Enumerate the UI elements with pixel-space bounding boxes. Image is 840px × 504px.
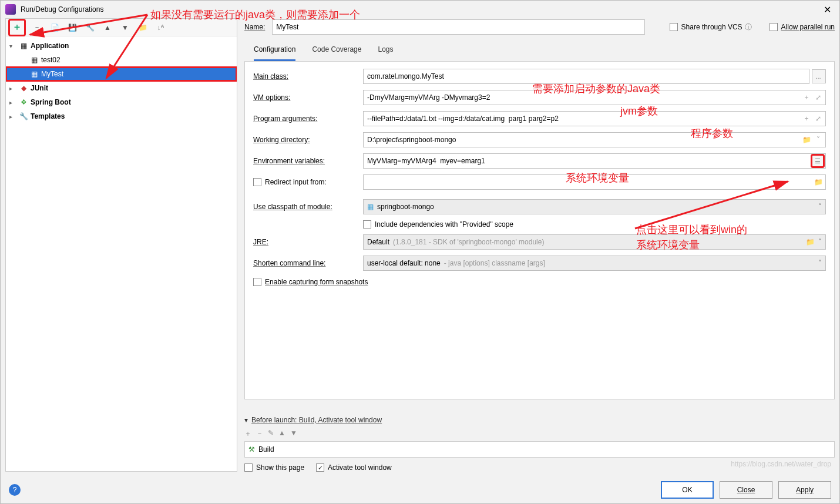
expand-icon[interactable]: ⤢ (813, 115, 824, 123)
working-dir-label: Working directory: (253, 136, 356, 144)
show-this-page-checkbox[interactable]: Show this page (244, 463, 304, 472)
folder-move-icon[interactable]: 📁 (136, 21, 149, 34)
enable-snapshots-checkbox[interactable]: Enable capturing form snapshots (253, 278, 826, 286)
env-vars-input[interactable] (363, 153, 826, 169)
configurations-tree-panel: ＋ － 📄 💾 🔧 ▲ ▼ 📁 ↓ᴬ ▾▦ Application ▦ test… (5, 18, 237, 472)
add-task-button[interactable]: ＋ (244, 429, 251, 439)
main-class-input[interactable] (363, 69, 809, 84)
move-up-icon[interactable]: ▲ (278, 429, 285, 439)
help-button[interactable]: ? (9, 484, 21, 496)
add-config-button[interactable]: ＋ (11, 21, 23, 34)
close-icon[interactable]: ✕ (820, 4, 835, 15)
move-down-icon[interactable]: ▼ (119, 21, 132, 34)
redirect-input-checkbox[interactable]: Redirect input from: (253, 178, 356, 186)
window-title: Run/Debug Configurations (21, 5, 103, 14)
program-args-label: Program arguments: (253, 115, 356, 123)
add-icon[interactable]: + (801, 93, 812, 102)
parallel-run-checkbox[interactable]: Allow parallel run (770, 23, 835, 31)
name-label: Name: (244, 23, 265, 31)
folder-icon[interactable]: 📁 (801, 136, 812, 144)
chevron-down-icon: ˅ (818, 259, 822, 267)
tree-item-mytest[interactable]: ▦ MyTest (6, 67, 237, 81)
shorten-label: Shorten command line: (253, 259, 356, 267)
sort-icon[interactable]: ↓ᴬ (154, 21, 167, 34)
env-vars-label: Environment variables: (253, 157, 356, 165)
shorten-select[interactable]: user-local default: none - java [options… (363, 256, 826, 271)
app-icon (5, 4, 16, 15)
save-config-button[interactable]: 💾 (66, 21, 79, 34)
tab-code-coverage[interactable]: Code Coverage (312, 41, 361, 61)
wrench-icon: 🔧 (19, 112, 28, 120)
add-icon[interactable]: + (801, 115, 812, 123)
vm-options-label: VM options: (253, 93, 356, 102)
classpath-module-select[interactable]: ▦ springboot-mongo ˅ (363, 199, 826, 214)
tree-toolbar: ＋ － 📄 💾 🔧 ▲ ▼ 📁 ↓ᴬ (6, 19, 237, 36)
tab-logs[interactable]: Logs (378, 41, 393, 61)
application-icon: ▦ (19, 42, 28, 50)
cancel-button[interactable]: Close (720, 481, 772, 499)
tree-node-application[interactable]: ▾▦ Application (6, 39, 237, 53)
folder-icon: 📁 (813, 178, 824, 186)
chevron-down-icon[interactable]: ˅ (813, 136, 824, 144)
activate-tool-window-checkbox[interactable]: ✓Activate tool window (316, 463, 392, 472)
junit-icon: ◆ (19, 84, 28, 92)
main-class-label: Main class: (253, 72, 356, 80)
share-vcs-checkbox[interactable]: Share through VCS ⓘ (670, 22, 752, 32)
module-icon: ▦ (367, 203, 374, 211)
redirect-input-field (363, 174, 826, 190)
hammer-icon: ⚒ (248, 445, 255, 453)
folder-icon[interactable]: 📁 (806, 238, 815, 246)
spring-boot-icon: ❖ (19, 98, 28, 106)
jre-label: JRE: (253, 238, 356, 246)
browse-main-class-button[interactable]: … (812, 69, 826, 83)
tree-item-test02[interactable]: ▦ test02 (6, 53, 237, 67)
working-dir-input[interactable] (363, 132, 826, 147)
move-up-icon[interactable]: ▲ (101, 21, 114, 34)
classpath-label: Use classpath of module: (253, 203, 356, 211)
move-down-icon[interactable]: ▼ (290, 429, 297, 439)
tree-node-junit[interactable]: ▸◆ JUnit (6, 81, 237, 95)
copy-config-button[interactable]: 📄 (48, 21, 61, 34)
titlebar: Run/Debug Configurations ✕ (1, 1, 839, 18)
chevron-down-icon: ▾ (244, 416, 248, 424)
jre-select[interactable]: Default (1.8.0_181 - SDK of 'springboot-… (363, 234, 826, 250)
expand-icon[interactable]: ⤢ (813, 93, 824, 102)
include-provided-checkbox[interactable]: Include dependencies with "Provided" sco… (363, 220, 513, 229)
config-tree: ▾▦ Application ▦ test02 ▦ MyTest ▸◆ JUni… (6, 36, 237, 471)
chevron-down-icon: ˅ (818, 238, 822, 246)
tree-node-springboot[interactable]: ▸❖ Spring Boot (6, 95, 237, 109)
wrench-icon[interactable]: 🔧 (83, 21, 96, 34)
run-config-icon: ▦ (29, 56, 39, 64)
config-tabs: Configuration Code Coverage Logs (244, 41, 835, 62)
vm-options-input[interactable] (363, 90, 826, 105)
tree-node-templates[interactable]: ▸🔧 Templates (6, 109, 237, 123)
edit-task-button[interactable]: ✎ (268, 429, 274, 439)
name-input[interactable] (272, 19, 644, 35)
remove-config-button[interactable]: － (31, 21, 43, 34)
help-icon[interactable]: ⓘ (745, 22, 752, 32)
apply-button[interactable]: Apply (778, 481, 831, 499)
remove-task-button[interactable]: － (256, 429, 263, 439)
program-args-input[interactable] (363, 111, 826, 126)
env-vars-browse-button[interactable]: ☰ (811, 154, 825, 168)
tab-configuration[interactable]: Configuration (254, 41, 295, 61)
build-task-row[interactable]: ⚒ Build (244, 441, 835, 458)
run-config-icon: ▦ (29, 70, 39, 78)
ok-button[interactable]: OK (661, 481, 714, 499)
chevron-down-icon: ˅ (818, 203, 822, 211)
before-launch-header[interactable]: ▾ Before launch: Build, Activate tool wi… (244, 416, 835, 424)
